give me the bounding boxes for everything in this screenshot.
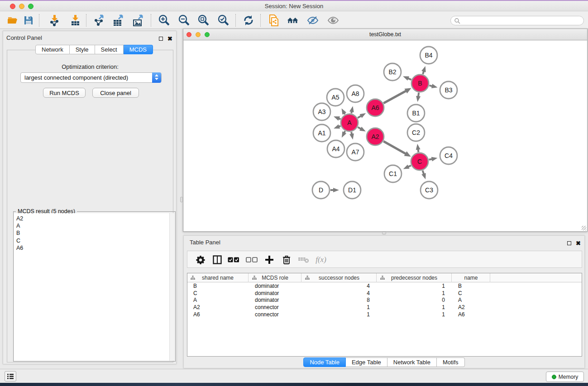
graph-node-C1[interactable]: C1 <box>384 165 402 182</box>
graph-node-D1[interactable]: D1 <box>344 181 361 199</box>
hide-columns-icon[interactable] <box>245 253 258 266</box>
graph-node-B3[interactable]: B3 <box>440 81 457 99</box>
graph-node-B1[interactable]: B1 <box>407 105 425 122</box>
result-item[interactable]: A6 <box>16 244 169 252</box>
graph-node-A4[interactable]: A4 <box>327 140 344 157</box>
edge-arrowhead <box>416 144 421 150</box>
export-table-icon[interactable] <box>112 14 124 26</box>
graph-node-D[interactable]: D <box>312 181 330 199</box>
graph-node-A8[interactable]: A8 <box>347 85 364 102</box>
edge-A2-C[interactable] <box>383 141 406 154</box>
result-item[interactable]: A2 <box>16 215 169 222</box>
memory-status-icon <box>552 375 556 379</box>
graph-node-B4[interactable]: B4 <box>420 47 437 64</box>
graph-node-C[interactable]: C <box>411 153 428 170</box>
column-header-MCDS-role[interactable]: MCDS role <box>249 273 301 282</box>
network-window-titlebar[interactable]: testGlobe.txt <box>183 29 587 40</box>
show-columns-icon[interactable] <box>227 253 240 266</box>
graph-node-A3[interactable]: A3 <box>313 103 330 120</box>
graph-node-A2[interactable]: A2 <box>367 128 384 145</box>
run-mcds-button[interactable]: Run MCDS <box>43 88 86 98</box>
result-item[interactable]: C <box>16 237 169 244</box>
zoom-in-icon[interactable] <box>158 14 170 26</box>
graph-node-A7[interactable]: A7 <box>347 143 364 161</box>
close-panel-button[interactable]: Close panel <box>92 88 139 98</box>
task-history-button[interactable] <box>5 371 16 381</box>
result-item[interactable]: A <box>16 222 169 229</box>
tab-node-table[interactable]: Node Table <box>303 357 346 367</box>
column-header-successor-nodes[interactable]: successor nodes <box>302 273 377 282</box>
zoom-out-icon[interactable] <box>178 14 190 26</box>
refresh-icon[interactable] <box>243 14 254 26</box>
split-divider-handle-horizontal[interactable] <box>382 232 386 234</box>
cell: 4 <box>302 290 370 297</box>
zoom-selected-icon[interactable] <box>217 14 229 26</box>
birds-eye-view-icon[interactable] <box>327 14 339 26</box>
open-session-icon[interactable] <box>7 14 19 26</box>
edge-arrowhead <box>421 66 426 72</box>
table-row[interactable]: Cdominator41C <box>187 290 582 297</box>
result-scrollbar[interactable] <box>169 213 175 361</box>
svg-text:A8: A8 <box>351 90 359 97</box>
tab-select[interactable]: Select <box>95 45 124 54</box>
tab-network-table[interactable]: Network Table <box>387 357 437 367</box>
close-table-panel-icon[interactable]: ✖ <box>576 240 581 247</box>
search-input[interactable] <box>450 16 584 25</box>
tab-network[interactable]: Network <box>35 45 70 54</box>
network-canvas[interactable]: B4B2BB3A5A8A6A3AB1A1A2C2A4A7C4CC1DD1C3 <box>184 41 587 231</box>
graph-node-B2[interactable]: B2 <box>384 63 401 81</box>
graph-node-A1[interactable]: A1 <box>313 124 330 142</box>
table-row[interactable]: A2connector11A2 <box>187 304 582 311</box>
delete-column-icon[interactable] <box>280 253 293 266</box>
zoom-fit-icon[interactable] <box>197 14 209 26</box>
table-row[interactable]: A6connector11A6 <box>187 311 582 319</box>
edge-arrowhead <box>342 131 346 138</box>
save-session-icon[interactable] <box>23 14 34 26</box>
memory-button[interactable]: Memory <box>546 372 584 382</box>
graph-node-C3[interactable]: C3 <box>421 181 438 199</box>
column-header-predecessor-nodes[interactable]: predecessor nodes <box>377 273 452 282</box>
memory-label: Memory <box>559 374 578 380</box>
delete-table-icon[interactable] <box>297 253 310 266</box>
svg-text:B2: B2 <box>388 68 396 76</box>
settings-icon[interactable] <box>194 253 207 266</box>
edge-A6-B[interactable] <box>383 91 406 103</box>
split-divider-handle[interactable] <box>180 197 183 202</box>
graph-node-B[interactable]: B <box>411 75 429 92</box>
criterion-dropdown[interactable]: largest connected component (directed) <box>20 72 162 83</box>
mcds-result-list[interactable]: A2ABCA6 <box>14 213 169 361</box>
import-network-icon[interactable] <box>48 14 60 26</box>
add-column-icon[interactable] <box>263 253 276 266</box>
tab-mcds[interactable]: MCDS <box>124 45 153 54</box>
edge-arrowhead <box>342 108 347 114</box>
table-row[interactable]: Bdominator41B <box>187 283 582 290</box>
close-panel-icon[interactable]: ✖ <box>167 35 172 42</box>
function-builder-icon: f(x) <box>315 253 327 266</box>
column-header-shared-name[interactable]: shared name <box>187 273 249 282</box>
tab-edge-table[interactable]: Edge Table <box>346 357 387 367</box>
svg-text:B3: B3 <box>445 86 452 94</box>
float-panel-icon[interactable] <box>159 37 163 41</box>
network-view-window: testGlobe.txt B4B2BB3A5A8A6A3AB1A1A2C2A4… <box>183 29 588 232</box>
application-window: Session: New Session <box>0 1 588 383</box>
graph-node-A5[interactable]: A5 <box>327 89 344 106</box>
tab-style[interactable]: Style <box>70 45 95 54</box>
graph-node-A6[interactable]: A6 <box>367 99 384 116</box>
network-overview-icon[interactable] <box>287 14 299 26</box>
network-file-icon[interactable] <box>268 14 280 26</box>
tab-motifs[interactable]: Motifs <box>437 357 465 367</box>
mcds-tab-content: Optimization criterion: largest connecte… <box>7 50 173 362</box>
export-network-icon[interactable] <box>93 14 105 26</box>
result-item[interactable]: B <box>16 229 169 237</box>
graph-node-A[interactable]: A <box>341 114 358 131</box>
window-resize-grip[interactable] <box>582 226 586 230</box>
column-layout-icon[interactable] <box>211 253 224 266</box>
table-row[interactable]: Adominator80A <box>187 297 582 304</box>
column-header-name[interactable]: name <box>452 273 490 282</box>
float-table-panel-icon[interactable] <box>567 241 571 245</box>
graph-node-C2[interactable]: C2 <box>407 124 425 141</box>
import-table-icon[interactable] <box>69 14 81 26</box>
hide-graphics-details-icon[interactable] <box>307 14 319 26</box>
graph-node-C4[interactable]: C4 <box>440 147 457 164</box>
export-image-icon[interactable] <box>132 14 144 26</box>
